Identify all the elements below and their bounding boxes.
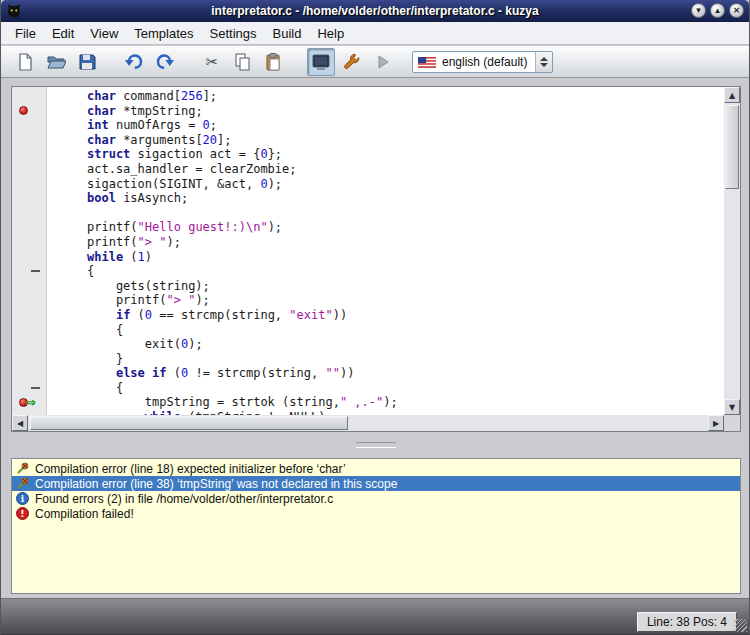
fold-marker[interactable] xyxy=(31,381,47,396)
maximize-button[interactable]: ▴ xyxy=(710,3,725,18)
copy-icon xyxy=(233,52,253,72)
code-line: exit(0); xyxy=(87,337,724,352)
menu-help[interactable]: Help xyxy=(309,23,352,44)
code-line: else if (0 != strcmp(string, "")) xyxy=(87,366,724,381)
stepper-down-icon xyxy=(540,63,548,67)
paste-button[interactable] xyxy=(260,48,288,76)
info-icon: i xyxy=(16,492,29,505)
undo-icon xyxy=(124,52,144,72)
gutter[interactable] xyxy=(12,87,47,415)
message-row[interactable]: ! Compilation failed! xyxy=(12,506,740,521)
save-file-icon xyxy=(77,52,97,72)
redo-button[interactable] xyxy=(151,48,179,76)
toolbar-separator xyxy=(291,49,304,75)
horizontal-scroll-thumb[interactable] xyxy=(30,416,348,430)
code-line: printf("> "); xyxy=(87,293,724,308)
code-line: } xyxy=(87,352,724,367)
run-button[interactable] xyxy=(369,48,397,76)
message-row-selected[interactable]: Compilation error (line 38) ‘tmpString’ … xyxy=(12,476,740,491)
build-button[interactable] xyxy=(338,48,366,76)
window-title: interpretator.c - /home/volder/other/int… xyxy=(1,4,749,18)
save-file-button[interactable] xyxy=(73,48,101,76)
horizontal-scrollbar[interactable]: ◀ ▶ xyxy=(12,415,724,431)
minimize-button[interactable]: ▾ xyxy=(691,3,706,18)
us-flag-icon xyxy=(418,57,436,68)
splitter-handle[interactable] xyxy=(356,442,396,448)
error-icon: ! xyxy=(16,507,29,520)
run-arrow-icon xyxy=(373,52,393,72)
build-messages: Compilation error (line 18) expected ini… xyxy=(11,458,741,594)
svg-text:i: i xyxy=(21,494,25,504)
menu-templates[interactable]: Templates xyxy=(126,23,201,44)
combo-stepper[interactable] xyxy=(535,52,552,72)
code-line: struct sigaction act = {0}; xyxy=(87,147,724,162)
close-button[interactable]: × xyxy=(729,3,744,18)
redo-icon xyxy=(155,52,175,72)
code-line: char *arguments[20]; xyxy=(87,133,724,148)
statusbar: Line: 38 Pos: 4 xyxy=(1,598,749,635)
code-line: while (1) xyxy=(87,250,724,265)
compile-error-icon xyxy=(16,477,29,490)
toolbar-separator xyxy=(182,49,195,75)
code-line: printf("> "); xyxy=(87,235,724,250)
code-line: char command[256]; xyxy=(87,89,724,104)
scroll-up-button[interactable]: ▲ xyxy=(724,87,740,103)
message-text: Compilation error (line 38) ‘tmpString’ … xyxy=(35,477,397,491)
scroll-right-button[interactable]: ▶ xyxy=(708,415,724,431)
toolbar: ✂ xyxy=(1,46,749,78)
code-line: tmpString = strtok (string," ,.-"); xyxy=(87,395,724,410)
new-file-icon xyxy=(15,52,35,72)
undo-button[interactable] xyxy=(120,48,148,76)
menu-view[interactable]: View xyxy=(82,23,126,44)
cut-button[interactable]: ✂ xyxy=(198,48,226,76)
code-line: gets(string); xyxy=(87,279,724,294)
vertical-scroll-thumb[interactable] xyxy=(725,105,739,189)
exec-marker[interactable] xyxy=(25,396,41,411)
stepper-up-icon xyxy=(540,57,548,61)
titlebar: interpretator.c - /home/volder/other/int… xyxy=(1,0,749,22)
scroll-left-button[interactable]: ◀ xyxy=(12,415,28,431)
code-line: { xyxy=(87,264,724,279)
code-line: int numOfArgs = 0; xyxy=(87,118,724,133)
message-row[interactable]: Compilation error (line 18) expected ini… xyxy=(12,461,740,476)
open-file-icon xyxy=(46,52,66,72)
toolbar-separator xyxy=(104,49,117,75)
terminal-icon xyxy=(311,52,331,72)
menu-file[interactable]: File xyxy=(7,23,44,44)
code-lines[interactable]: char command[256];char *tmpString;int nu… xyxy=(47,89,724,415)
message-text: Found errors (2) in file /home/volder/ot… xyxy=(35,492,333,506)
line-pos-indicator: Line: 38 Pos: 4 xyxy=(637,612,737,632)
cut-icon: ✂ xyxy=(206,53,219,71)
new-file-button[interactable] xyxy=(11,48,39,76)
terminal-toggle-button[interactable] xyxy=(307,48,335,76)
menu-build[interactable]: Build xyxy=(265,23,310,44)
menu-settings[interactable]: Settings xyxy=(202,23,265,44)
paste-icon xyxy=(264,52,284,72)
code-line: bool isAsynch; xyxy=(87,191,724,206)
code-line xyxy=(87,206,724,221)
code-editor: char command[256];char *tmpString;int nu… xyxy=(11,86,741,432)
message-row[interactable]: i Found errors (2) in file /home/volder/… xyxy=(12,491,740,506)
open-file-button[interactable] xyxy=(42,48,70,76)
copy-button[interactable] xyxy=(229,48,257,76)
code-line: { xyxy=(87,323,724,338)
fold-marker[interactable] xyxy=(31,264,47,279)
language-combo[interactable]: english (default) xyxy=(412,51,553,73)
svg-text:!: ! xyxy=(20,508,24,519)
code-line: printf("Hello guest!:)\n"); xyxy=(87,220,724,235)
menubar: File Edit View Templates Settings Build … xyxy=(1,22,749,45)
message-text: Compilation error (line 18) expected ini… xyxy=(35,462,346,476)
code-line: sigaction(SIGINT, &act, 0); xyxy=(87,177,724,192)
code-region: char command[256];char *tmpString;int nu… xyxy=(12,87,724,415)
app-window: interpretator.c - /home/volder/other/int… xyxy=(0,0,750,635)
resize-grip[interactable] xyxy=(734,619,747,632)
compile-error-icon xyxy=(16,462,29,475)
scrollbar-corner xyxy=(724,415,740,431)
code-line: act.sa_handler = clearZombie; xyxy=(87,162,724,177)
code-line: { xyxy=(87,381,724,396)
menu-edit[interactable]: Edit xyxy=(44,23,82,44)
vertical-scrollbar[interactable]: ▲ ▼ xyxy=(724,87,740,415)
scroll-down-button[interactable]: ▼ xyxy=(724,399,740,415)
code-line: char *tmpString; xyxy=(87,104,724,119)
breakpoint-marker[interactable] xyxy=(15,104,31,119)
